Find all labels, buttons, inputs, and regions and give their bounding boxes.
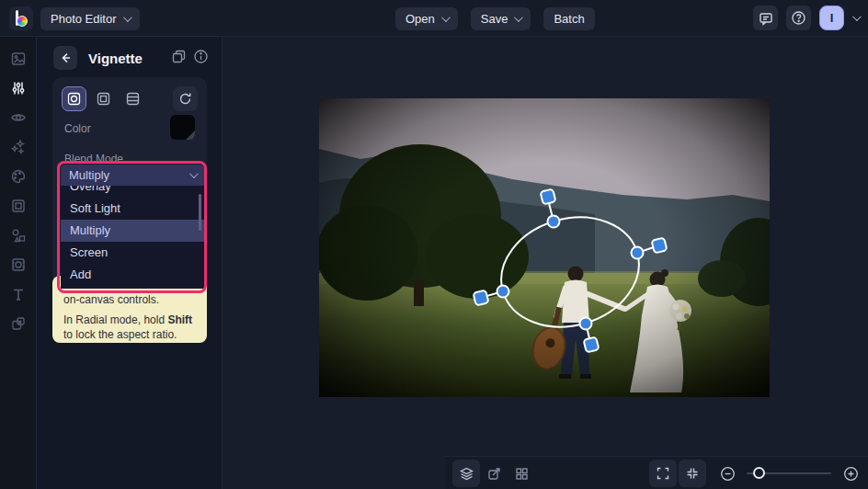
app-menu-button[interactable]: Photo Editor [40,7,140,30]
sidebar-item-frame[interactable] [0,191,37,221]
dropdown-option-add[interactable]: Add [61,264,204,286]
chevron-down-icon [514,13,523,22]
tool-sidebar [0,37,37,489]
sidebar-item-filters[interactable] [0,103,37,132]
palette-icon [10,168,27,185]
tooltip-bold-text: Shift [167,313,192,326]
vignette-color-swatch[interactable] [170,115,195,140]
info-button[interactable] [193,49,209,68]
sidebar-item-text[interactable] [0,279,37,309]
avatar-chevron-icon[interactable] [852,12,862,21]
open-label: Open [405,12,435,26]
frame-vignette-icon [97,92,110,106]
zoom-slider[interactable] [747,460,831,487]
back-button[interactable] [53,46,77,70]
tooltip-fragment: on-canvas controls. [63,292,196,307]
open-button[interactable]: Open [395,7,458,30]
dropdown-option-multiply[interactable]: Multiply [61,220,204,242]
text-icon [10,286,27,302]
blend-mode-label: Blend Mode [64,153,123,165]
arrow-left-icon [59,51,72,64]
help-button[interactable] [786,6,811,30]
bottombar-center: 16% [649,460,868,487]
sidebar-item-texture[interactable] [0,250,37,279]
sidebar-item-image[interactable] [0,44,37,74]
feedback-chat-button[interactable] [753,6,778,30]
reset-icon [178,92,192,106]
vignette-shading [319,98,770,397]
handle-right [632,247,644,259]
linear-vignette-icon [126,92,140,106]
layers-button[interactable] [452,460,480,487]
app-logo[interactable] [9,6,33,30]
info-icon [193,49,209,64]
topbar-actions: Open Save Batch [395,7,595,30]
fit-screen-icon [685,466,700,481]
handle-left [497,286,509,298]
sidebar-item-merge[interactable] [0,309,37,338]
frame-icon [10,198,27,214]
bottombar-left [452,460,535,487]
fullscreen-button[interactable] [649,460,677,487]
copy-settings-button[interactable] [171,49,187,68]
reset-vignette-button[interactable] [173,86,198,111]
blend-mode-select[interactable]: Multiply [61,165,204,186]
zoom-in-button[interactable] [837,460,864,487]
fit-to-screen-button[interactable] [679,460,706,487]
topbar: Photo Editor Open Save Batch [0,0,868,37]
save-label: Save [481,12,508,26]
handle-square-bottom [584,337,600,353]
zoom-slider-handle[interactable] [753,467,765,479]
handle-bottom [580,318,592,330]
color-label: Color [64,122,91,135]
adjustments-icon [10,80,27,97]
handle-square-left [474,290,489,306]
mode-frame-button[interactable] [91,86,116,111]
dropdown-option-soft-light[interactable]: Soft Light [61,198,204,220]
fullscreen-icon [656,466,670,481]
mode-radial-button[interactable] [62,86,86,111]
save-button[interactable]: Save [471,7,531,30]
batch-label: Batch [554,12,584,26]
chevron-down-icon [441,13,451,22]
topbar-right: I [753,6,859,30]
templates-grid-button[interactable] [508,460,535,487]
photo-scene [319,98,770,397]
image-icon [10,51,27,67]
batch-button[interactable]: Batch [543,7,594,30]
tooltip-text: to lock the aspect ratio. [63,328,177,341]
app-menu-label: Photo Editor [51,12,117,26]
resize-canvas-button[interactable] [480,460,508,487]
shapes-icon [10,227,27,244]
photo-wedding-couple[interactable] [319,98,770,397]
handle-square-right [652,238,668,254]
help-icon [791,10,806,26]
texture-icon [10,256,27,273]
handle-square-top [541,189,556,205]
sidebar-item-palette[interactable] [0,162,37,191]
canvas-area[interactable]: 16% [223,37,868,489]
mode-linear-button[interactable] [120,86,145,111]
blend-mode-value: Multiply [69,168,109,182]
vignette-mode-group [62,86,145,111]
feedback-chat-icon [759,11,773,26]
sidebar-item-effects[interactable] [0,132,37,162]
merge-layers-icon [10,315,27,332]
resize-icon [486,466,502,482]
dropdown-option-screen[interactable]: Screen [61,242,204,264]
zoom-out-icon [720,466,736,482]
dropdown-scrollbar[interactable] [199,194,201,231]
dropdown-option-overlay[interactable]: Overlay [61,186,204,198]
chevron-down-icon [189,169,199,178]
avatar-initial: I [830,11,834,25]
photo-editor-app: Photo Editor Open Save Batch [0,0,868,489]
sidebar-item-adjustments[interactable] [0,74,37,103]
sparkles-icon [10,139,27,155]
layers-icon [459,466,474,482]
blend-mode-dropdown: Overlay Soft Light Multiply Screen Add [61,186,204,289]
sidebar-item-elements[interactable] [0,221,37,250]
user-avatar[interactable]: I [819,6,844,30]
zoom-out-button[interactable] [714,460,741,487]
bottom-toolbar: 16% [445,456,868,489]
copy-icon [171,49,187,64]
